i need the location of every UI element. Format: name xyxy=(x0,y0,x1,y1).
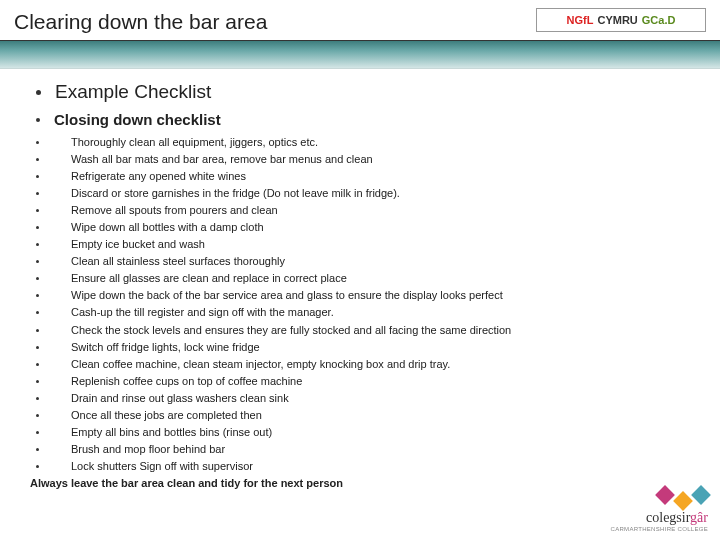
list-item-text: Thoroughly clean all equipment, jiggers,… xyxy=(71,134,318,151)
bullet-icon xyxy=(36,414,39,417)
list-item: Refrigerate any opened white wines xyxy=(30,168,690,185)
coleg-sirgar-logo: colegsirgâr CARMARTHENSHIRE COLLEGE xyxy=(611,488,708,532)
bullet-icon xyxy=(36,158,39,161)
list-item: Empty ice bucket and wash xyxy=(30,236,690,253)
bullet-icon xyxy=(36,346,39,349)
list-item-text: Switch off fridge lights, lock wine frid… xyxy=(71,339,260,356)
list-item: Drain and rinse out glass washers clean … xyxy=(30,390,690,407)
diamond-icon xyxy=(673,491,693,511)
list-item: Clean coffee machine, clean steam inject… xyxy=(30,356,690,373)
ngfl-logo: NGfL CYMRU GCa.D xyxy=(536,8,706,32)
heading-1: Example Checklist xyxy=(55,81,211,103)
title-bar: Clearing down the bar area NGfL CYMRU GC… xyxy=(0,0,720,41)
bullet-icon xyxy=(36,260,39,263)
list-item: Ensure all glasses are clean and replace… xyxy=(30,270,690,287)
content-area: Example Checklist Closing down checklist… xyxy=(0,69,720,489)
coleg-subtitle: CARMARTHENSHIRE COLLEGE xyxy=(611,526,708,532)
bullet-icon xyxy=(36,175,39,178)
list-item-text: Empty all bins and bottles bins (rinse o… xyxy=(71,424,272,441)
list-item-text: Wash all bar mats and bar area, remove b… xyxy=(71,151,373,168)
list-item-text: Lock shutters Sign off with supervisor xyxy=(71,458,253,475)
list-item: Wash all bar mats and bar area, remove b… xyxy=(30,151,690,168)
list-item: Remove all spouts from pourers and clean xyxy=(30,202,690,219)
checklist-items: Thoroughly clean all equipment, jiggers,… xyxy=(30,134,690,475)
heading-2: Closing down checklist xyxy=(54,111,221,128)
logo-gcad-text: GCa.D xyxy=(642,14,676,26)
coleg-name-part2: gâr xyxy=(690,510,708,525)
logo-ngfl-text: NGfL xyxy=(567,14,594,26)
bullet-icon xyxy=(36,311,39,314)
bullet-icon xyxy=(36,141,39,144)
bullet-icon xyxy=(36,329,39,332)
logo-cymru-text: CYMRU xyxy=(597,14,637,26)
list-item-text: Cash-up the till register and sign off w… xyxy=(71,304,334,321)
gradient-divider xyxy=(0,41,720,69)
list-item-text: Refrigerate any opened white wines xyxy=(71,168,246,185)
list-item-text: Clean coffee machine, clean steam inject… xyxy=(71,356,450,373)
final-note: Always leave the bar area clean and tidy… xyxy=(30,477,690,489)
list-item-text: Clean all stainless steel surfaces thoro… xyxy=(71,253,285,270)
list-item-text: Once all these jobs are completed then xyxy=(71,407,262,424)
diamond-icon xyxy=(691,485,711,505)
bullet-icon xyxy=(36,277,39,280)
bullet-icon xyxy=(36,431,39,434)
list-item: Replenish coffee cups on top of coffee m… xyxy=(30,373,690,390)
heading-2-row: Closing down checklist xyxy=(30,111,690,128)
diamond-icon xyxy=(655,485,675,505)
bullet-icon xyxy=(36,380,39,383)
list-item-text: Wipe down all bottles with a damp cloth xyxy=(71,219,264,236)
list-item-text: Replenish coffee cups on top of coffee m… xyxy=(71,373,302,390)
page-title: Clearing down the bar area xyxy=(14,10,267,33)
list-item: Wipe down all bottles with a damp cloth xyxy=(30,219,690,236)
list-item: Lock shutters Sign off with supervisor xyxy=(30,458,690,475)
list-item: Cash-up the till register and sign off w… xyxy=(30,304,690,321)
coleg-name-part1: colegsir xyxy=(646,510,690,525)
bullet-icon xyxy=(36,465,39,468)
bullet-icon xyxy=(36,90,41,95)
list-item: Discard or store garnishes in the fridge… xyxy=(30,185,690,202)
list-item: Brush and mop floor behind bar xyxy=(30,441,690,458)
list-item-text: Drain and rinse out glass washers clean … xyxy=(71,390,289,407)
list-item-text: Empty ice bucket and wash xyxy=(71,236,205,253)
coleg-name: colegsirgâr xyxy=(611,510,708,526)
list-item: Clean all stainless steel surfaces thoro… xyxy=(30,253,690,270)
list-item: Once all these jobs are completed then xyxy=(30,407,690,424)
bullet-icon xyxy=(36,448,39,451)
list-item-text: Brush and mop floor behind bar xyxy=(71,441,225,458)
list-item-text: Wipe down the back of the bar service ar… xyxy=(71,287,503,304)
bullet-icon xyxy=(36,294,39,297)
list-item: Check the stock levels and ensures they … xyxy=(30,322,690,339)
list-item: Switch off fridge lights, lock wine frid… xyxy=(30,339,690,356)
coleg-diamond-mark xyxy=(611,488,708,508)
list-item: Empty all bins and bottles bins (rinse o… xyxy=(30,424,690,441)
bullet-icon xyxy=(36,397,39,400)
heading-1-row: Example Checklist xyxy=(30,81,690,103)
list-item-text: Remove all spouts from pourers and clean xyxy=(71,202,278,219)
bullet-icon xyxy=(36,192,39,195)
list-item-text: Check the stock levels and ensures they … xyxy=(71,322,511,339)
bullet-icon xyxy=(36,209,39,212)
list-item: Wipe down the back of the bar service ar… xyxy=(30,287,690,304)
list-item-text: Ensure all glasses are clean and replace… xyxy=(71,270,347,287)
bullet-icon xyxy=(36,118,40,122)
bullet-icon xyxy=(36,243,39,246)
bullet-icon xyxy=(36,226,39,229)
list-item: Thoroughly clean all equipment, jiggers,… xyxy=(30,134,690,151)
list-item-text: Discard or store garnishes in the fridge… xyxy=(71,185,400,202)
bullet-icon xyxy=(36,363,39,366)
